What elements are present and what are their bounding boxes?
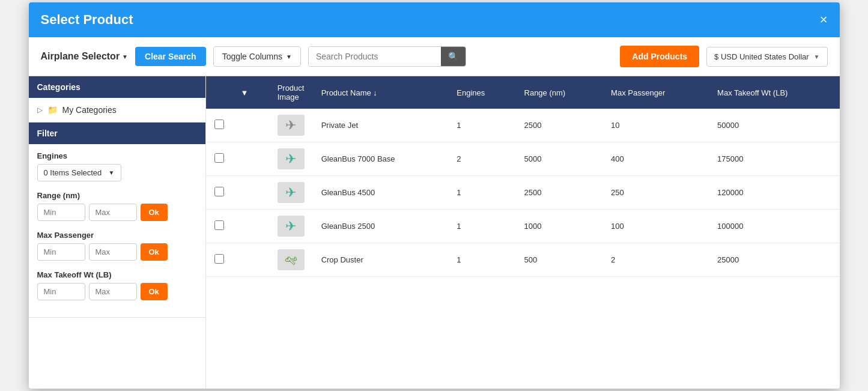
expand-icon: ▷ [37, 106, 43, 114]
takeoff-inputs: Ok [37, 283, 197, 300]
airplane-selector-label[interactable]: Airplane Selector [41, 51, 129, 62]
product-name: Crop Duster [313, 243, 449, 277]
col-product-name[interactable]: Product Name ↓ [313, 76, 449, 109]
clear-search-button[interactable]: Clear Search [135, 47, 206, 66]
col-max-takeoff[interactable]: Max Takeoff Wt (LB) [709, 76, 839, 109]
col-select [206, 76, 232, 109]
toggle-columns-button[interactable]: Toggle Columns [213, 46, 301, 67]
select-product-modal: Select Product × Airplane Selector Clear… [29, 2, 840, 389]
engines-filter-label: Engines [37, 151, 197, 160]
passenger-inputs: Ok [37, 243, 197, 261]
product-image-cell: 🛩 [269, 243, 313, 277]
row-checkbox[interactable] [214, 220, 224, 230]
filter-header: Filter [29, 123, 205, 144]
row-sort [232, 176, 269, 210]
product-range: 2500 [516, 109, 603, 142]
product-image: ✈ [278, 216, 305, 237]
product-engines: 1 [448, 109, 515, 142]
range-ok-button[interactable]: Ok [141, 204, 168, 221]
modal-title: Select Product [41, 12, 133, 28]
product-max-takeoff: 25000 [709, 243, 839, 277]
product-engines: 1 [448, 210, 515, 243]
passenger-max-input[interactable] [89, 243, 137, 261]
range-min-input[interactable] [37, 204, 85, 221]
filter-section: Filter Engines 0 Items Selected Range (n… [29, 123, 205, 318]
search-input[interactable] [309, 47, 441, 66]
row-sort [232, 109, 269, 142]
product-max-takeoff: 50000 [709, 109, 839, 142]
product-max-takeoff: 100000 [709, 210, 839, 243]
search-container: 🔍 [308, 46, 466, 67]
row-checkbox-cell [206, 210, 232, 243]
product-range: 5000 [516, 142, 603, 176]
product-table: ▼ Product Image Product Name ↓ Engines R… [206, 76, 840, 277]
product-name: Private Jet [313, 109, 449, 142]
row-checkbox[interactable] [214, 254, 224, 264]
close-button[interactable]: × [820, 13, 828, 26]
categories-section: Categories ▷ 📁 My Categories [29, 76, 205, 123]
category-label: My Categories [62, 105, 117, 115]
col-engines[interactable]: Engines [448, 76, 515, 109]
product-image-cell: ✈ [269, 142, 313, 176]
product-engines: 1 [448, 176, 515, 210]
table-row: ✈Private Jet125001050000 [206, 109, 840, 142]
row-checkbox-cell [206, 109, 232, 142]
product-image: ✈ [278, 148, 305, 169]
product-name: GleanBus 2500 [313, 210, 449, 243]
row-checkbox[interactable] [214, 120, 224, 129]
product-image-cell: ✈ [269, 109, 313, 142]
row-checkbox[interactable] [214, 187, 224, 196]
takeoff-ok-button[interactable]: Ok [141, 283, 168, 300]
product-engines: 1 [448, 243, 515, 277]
passenger-min-input[interactable] [37, 243, 85, 261]
col-range[interactable]: Range (nm) [516, 76, 603, 109]
categories-body: ▷ 📁 My Categories [29, 98, 205, 122]
range-inputs: Ok [37, 204, 197, 221]
add-products-button[interactable]: Add Products [620, 46, 699, 67]
engines-selected-value: 0 Items Selected [44, 168, 102, 177]
modal-header: Select Product × [29, 2, 840, 37]
engines-filter-group: Engines 0 Items Selected [37, 151, 197, 181]
product-image: ✈ [278, 115, 305, 136]
product-max-passenger: 400 [602, 142, 709, 176]
product-max-takeoff: 175000 [709, 142, 839, 176]
product-range: 2500 [516, 176, 603, 210]
row-checkbox-cell [206, 176, 232, 210]
range-max-input[interactable] [89, 204, 137, 221]
max-takeoff-filter-label: Max Takeoff Wt (LB) [37, 270, 197, 279]
currency-dropdown[interactable]: $ USD United States Dollar [706, 47, 827, 67]
col-product-image: Product Image [269, 76, 313, 109]
product-max-passenger: 250 [602, 176, 709, 210]
sidebar: Categories ▷ 📁 My Categories Filter Engi… [29, 76, 206, 389]
table-row: ✈GleanBus 250011000100100000 [206, 210, 840, 243]
col-max-passenger[interactable]: Max Passenger [602, 76, 709, 109]
product-image-cell: ✈ [269, 210, 313, 243]
table-row: ✈GleanBus 450012500250120000 [206, 176, 840, 210]
product-image: ✈ [278, 182, 305, 203]
row-checkbox[interactable] [214, 153, 224, 163]
passenger-ok-button[interactable]: Ok [141, 243, 168, 261]
table-header: ▼ Product Image Product Name ↓ Engines R… [206, 76, 840, 109]
max-takeoff-filter-group: Max Takeoff Wt (LB) Ok [37, 270, 197, 300]
row-checkbox-cell [206, 142, 232, 176]
engines-dropdown[interactable]: 0 Items Selected [37, 164, 121, 181]
filter-body: Engines 0 Items Selected Range (nm) Ok [29, 144, 205, 317]
category-item[interactable]: ▷ 📁 My Categories [37, 105, 197, 115]
product-range: 500 [516, 243, 603, 277]
product-image-cell: ✈ [269, 176, 313, 210]
categories-header: Categories [29, 76, 205, 98]
takeoff-max-input[interactable] [89, 283, 137, 300]
product-name: GleanBus 4500 [313, 176, 449, 210]
col-sort-arrow[interactable]: ▼ [232, 76, 269, 109]
main-content: ▼ Product Image Product Name ↓ Engines R… [206, 76, 840, 389]
search-button[interactable]: 🔍 [441, 47, 466, 66]
table-row: 🛩Crop Duster1500225000 [206, 243, 840, 277]
product-max-passenger: 2 [602, 243, 709, 277]
row-sort [232, 142, 269, 176]
product-max-takeoff: 120000 [709, 176, 839, 210]
row-sort [232, 243, 269, 277]
max-passenger-filter-label: Max Passenger [37, 231, 197, 240]
product-name: GleanBus 7000 Base [313, 142, 449, 176]
modal-body: Categories ▷ 📁 My Categories Filter Engi… [29, 76, 840, 389]
takeoff-min-input[interactable] [37, 283, 85, 300]
